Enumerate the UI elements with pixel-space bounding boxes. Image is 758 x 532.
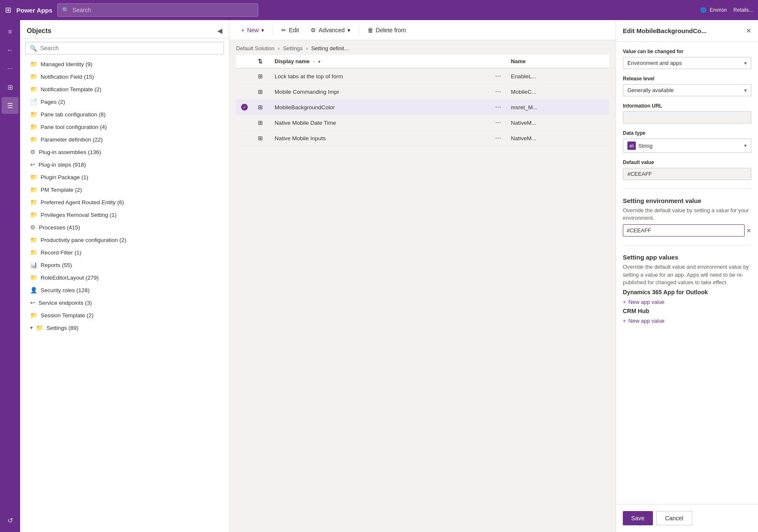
table-row[interactable]: ⊞ Native Mobile Date Time ⋯ NativeM... — [236, 115, 609, 131]
nav-item-pane-tab[interactable]: 📁 Pane tab configuration (8) — [20, 108, 229, 121]
global-search-bar[interactable]: 🔍 — [57, 3, 258, 17]
row-check-cell[interactable] — [236, 131, 253, 146]
setting-app-desc: Override the default value and environme… — [623, 263, 751, 286]
col-name[interactable]: Name — [506, 55, 609, 68]
nav-item-notification-field[interactable]: 📁 Notification Field (15) — [20, 70, 229, 83]
env-clear-button[interactable]: ✕ — [746, 227, 751, 234]
app2-new-label: New app value — [629, 318, 665, 324]
row-type-icon: ⊞ — [258, 104, 263, 111]
col-display-name[interactable]: Display name ↑ ▾ — [270, 55, 490, 68]
nav-item-settings[interactable]: ▾ 📁 Settings (89) — [20, 321, 229, 334]
default-value-input[interactable] — [623, 168, 751, 180]
row-icon-cell: ⊞ — [253, 84, 270, 100]
table-row[interactable]: ⊞ Mobile Commanding Impr ⋯ MobileC... — [236, 84, 609, 100]
cancel-button[interactable]: Cancel — [656, 511, 692, 525]
sidebar-item-table[interactable]: ⊞ — [2, 79, 18, 95]
app1-new-value-button[interactable]: + New app value — [623, 299, 751, 305]
nav-item-plugin-assemblies[interactable]: ⚙ Plug-in assemblies (136) — [20, 146, 229, 158]
breadcrumb-settings[interactable]: Settings — [283, 45, 303, 51]
nav-item-pm-template[interactable]: 📁 PM Template (2) — [20, 183, 229, 196]
sidebar-item-hamburger[interactable]: ≡ — [2, 23, 18, 40]
data-type-select[interactable]: ab String ▾ — [623, 139, 751, 153]
chevron-down-icon: ▾ — [744, 143, 747, 149]
nav-item-productivity-pane[interactable]: 📁 Productivity pane configuration (2) — [20, 234, 229, 246]
nav-item-record-filter[interactable]: 📁 Record Filter (1) — [20, 246, 229, 259]
objects-search-box[interactable]: 🔍 — [25, 42, 224, 54]
folder-icon: 📁 — [30, 61, 37, 67]
nav-item-session-template[interactable]: 📁 Session Template (2) — [20, 309, 229, 321]
release-level-select[interactable]: Generally available ▾ — [623, 84, 751, 96]
sidebar-item-dots[interactable]: ··· — [2, 60, 18, 77]
grid-icon[interactable]: ⊞ — [5, 5, 11, 15]
info-url-group: Information URL — [623, 103, 751, 123]
row-display-name[interactable]: Mobile Commanding Impr — [270, 84, 490, 100]
nav-item-security-roles[interactable]: 👤 Security roles (128) — [20, 284, 229, 296]
panel-footer: Save Cancel — [616, 504, 758, 532]
new-button[interactable]: + New ▾ — [236, 24, 269, 36]
data-type-value: String — [638, 143, 653, 149]
value-changed-for-select[interactable]: Environment and apps ▾ — [623, 57, 751, 69]
panel-close-button[interactable]: ✕ — [746, 27, 751, 35]
plugin-icon: ⚙ — [30, 149, 36, 155]
advanced-button[interactable]: ⚙ Advanced ▾ — [306, 24, 355, 36]
setting-app-group: Setting app values Override the default … — [623, 254, 751, 324]
row-more-btn[interactable]: ⋯ — [490, 84, 506, 100]
row-check-cell[interactable] — [236, 68, 253, 84]
nav-item-plugin-steps[interactable]: ↩ Plug-in steps (918) — [20, 158, 229, 171]
nav-item-pages[interactable]: 📄 Pages (2) — [20, 95, 229, 108]
row-check-cell[interactable] — [236, 115, 253, 131]
nav-item-plugin-package[interactable]: 📁 Plugin Package (1) — [20, 171, 229, 183]
env-value-input[interactable] — [627, 225, 741, 236]
breadcrumb-default-solution[interactable]: Default Solution — [236, 45, 275, 51]
table-row[interactable]: ⊞ Native Mobile Inputs ⋯ NativeM... — [236, 131, 609, 146]
folder-icon: 📁 — [30, 312, 37, 319]
sort-icon[interactable]: ⇅ — [258, 58, 262, 64]
row-display-name[interactable]: MobileBackgroundColor — [270, 100, 490, 115]
toolbar-separator-2 — [359, 25, 359, 35]
data-type-label: Data type — [623, 130, 751, 136]
objects-search-input[interactable] — [40, 45, 219, 51]
collapse-panel-button[interactable]: ◀ — [217, 27, 222, 35]
sidebar-item-list[interactable]: ☰ — [2, 97, 18, 114]
nav-item-preferred-agent[interactable]: 📁 Preferred Agent Routed Entity (6) — [20, 196, 229, 208]
row-display-name[interactable]: Native Mobile Date Time — [270, 115, 490, 131]
col-select — [236, 55, 253, 68]
toolbar-separator-1 — [272, 25, 273, 35]
row-more-btn[interactable]: ⋯ — [490, 100, 506, 115]
global-search-input[interactable] — [72, 7, 254, 13]
row-display-name[interactable]: Lock tabs at the top of form — [270, 68, 490, 84]
nav-item-notification-template[interactable]: 📁 Notification Template (2) — [20, 83, 229, 95]
sidebar-item-history[interactable]: ↺ — [2, 512, 18, 529]
nav-item-managed-identity[interactable]: 📁 Managed Identity (9) — [20, 58, 229, 70]
row-type-icon: ⊞ — [258, 135, 263, 141]
nav-item-pane-tool[interactable]: 📁 Pane tool configuration (4) — [20, 121, 229, 133]
nav-item-service-endpoints[interactable]: ↩ Service endpoints (3) — [20, 296, 229, 309]
nav-item-processes[interactable]: ⚙ Processes (415) — [20, 221, 229, 234]
edit-button[interactable]: ✏ Edit — [276, 24, 304, 36]
folder-icon: 📁 — [30, 236, 37, 243]
nav-item-parameter[interactable]: 📁 Parameter definition (22) — [20, 133, 229, 146]
process-icon: ⚙ — [30, 224, 36, 231]
row-more-btn[interactable]: ⋯ — [490, 131, 506, 146]
app2-new-value-button[interactable]: + New app value — [623, 318, 751, 324]
table-row[interactable]: ⊞ Lock tabs at the top of form ⋯ EnableL… — [236, 68, 609, 84]
save-button[interactable]: Save — [623, 511, 653, 525]
row-check-cell[interactable]: ✓ — [236, 100, 253, 115]
setting-app-title: Setting app values — [623, 254, 751, 261]
row-display-name[interactable]: Native Mobile Inputs — [270, 131, 490, 146]
table-row-selected[interactable]: ✓ ⊞ MobileBackgroundColor ⋯ msret_M... — [236, 100, 609, 115]
nav-item-role-editor[interactable]: 📁 RoleEditorLayout (279) — [20, 271, 229, 284]
nav-item-privileges[interactable]: 📁 Privileges Removal Setting (1) — [20, 208, 229, 221]
setting-env-title: Setting environment value — [623, 197, 751, 204]
release-level-group: Release level Generally available ▾ — [623, 76, 751, 96]
objects-panel-header: Objects ◀ — [20, 20, 229, 39]
nav-item-reports[interactable]: 📊 Reports (55) — [20, 259, 229, 271]
row-more-btn[interactable]: ⋯ — [490, 115, 506, 131]
sidebar-item-back[interactable]: ← — [2, 42, 18, 59]
delete-button[interactable]: 🗑 Delete from — [362, 24, 411, 36]
check-icon: ✓ — [243, 105, 246, 110]
info-url-input[interactable] — [623, 111, 751, 123]
row-checkbox-selected[interactable]: ✓ — [241, 104, 248, 111]
row-check-cell[interactable] — [236, 84, 253, 100]
row-more-btn[interactable]: ⋯ — [490, 68, 506, 84]
